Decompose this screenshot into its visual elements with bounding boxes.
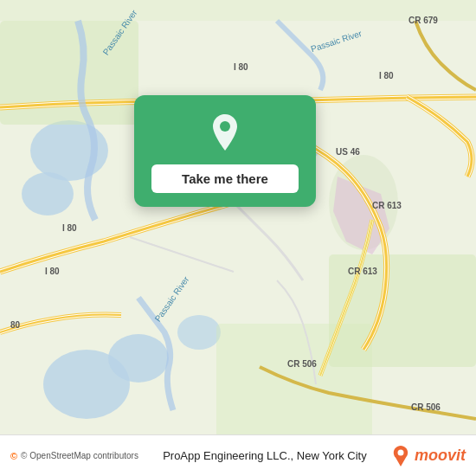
moovit-pin-icon — [391, 445, 410, 467]
take-me-there-button[interactable]: Take me there — [151, 164, 299, 193]
moovit-label: moovit — [415, 447, 466, 465]
road-label-i80-top: I 80 — [234, 62, 248, 72]
location-card: Take me there — [134, 95, 316, 207]
road-label-i80-left: I 80 — [62, 223, 77, 233]
road-label-cr613-bottom: CR 613 — [348, 267, 377, 276]
moovit-branding: moovit — [391, 445, 466, 467]
map-attribution: © © OpenStreetMap contributors — [10, 451, 138, 461]
osm-logo: © — [10, 451, 17, 461]
road-label-i280: 80 — [10, 320, 20, 330]
svg-point-5 — [177, 315, 221, 350]
road-label-i80-right: I 80 — [379, 71, 394, 80]
location-label: ProApp Engineering LLC., New York City — [138, 449, 391, 462]
map-container: I 80 I 80 I 80 I 80 US 46 CR 613 CR 613 … — [0, 0, 476, 476]
road-label-cr506-top: CR 506 — [287, 359, 317, 369]
svg-point-13 — [397, 449, 403, 455]
road-label-i80-bottom: I 80 — [45, 267, 60, 276]
road-label-cr613-top: CR 613 — [372, 201, 402, 210]
attribution-text: © OpenStreetMap contributors — [21, 451, 138, 460]
svg-point-2 — [22, 172, 74, 215]
svg-point-4 — [108, 334, 169, 383]
road-label-us46: US 46 — [336, 147, 360, 157]
svg-point-12 — [220, 121, 230, 132]
road-label-cr679: CR 679 — [408, 16, 438, 25]
bottom-bar: © © OpenStreetMap contributors ProApp En… — [0, 434, 476, 476]
road-label-cr506-bottom: CR 506 — [411, 402, 441, 412]
location-pin-icon — [203, 111, 248, 156]
